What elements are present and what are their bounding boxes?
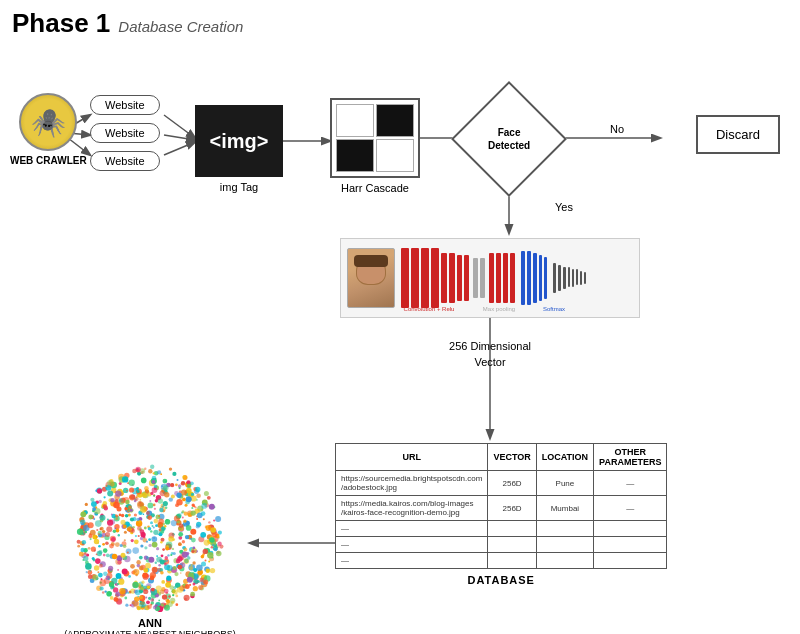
svg-point-734: [179, 524, 183, 528]
svg-rect-37: [580, 271, 582, 285]
svg-point-776: [110, 498, 115, 503]
svg-point-231: [161, 538, 165, 542]
table-cell: —: [594, 471, 667, 496]
website-2: Website: [90, 123, 160, 143]
svg-point-65: [118, 534, 120, 536]
svg-point-269: [119, 514, 122, 517]
face-diamond: Face Detected: [451, 81, 567, 197]
svg-point-224: [154, 508, 156, 510]
svg-point-629: [92, 574, 98, 580]
svg-point-590: [132, 469, 136, 473]
svg-point-551: [193, 586, 198, 591]
svg-point-588: [132, 582, 138, 588]
db-col-vector: VECTOR: [488, 444, 536, 471]
svg-point-466: [172, 472, 176, 476]
diagram: 🕷️ WEB CRAWLER Website Website Website <…: [0, 43, 800, 634]
svg-point-762: [154, 485, 158, 489]
svg-point-280: [123, 544, 127, 548]
svg-point-580: [100, 515, 106, 521]
svg-point-322: [125, 514, 129, 518]
svg-rect-17: [449, 253, 455, 303]
svg-point-229: [149, 500, 151, 502]
svg-point-725: [146, 541, 148, 543]
svg-point-682: [134, 596, 139, 601]
svg-point-829: [184, 595, 190, 601]
svg-point-830: [205, 560, 207, 562]
svg-point-714: [94, 539, 99, 544]
svg-point-182: [153, 537, 155, 539]
svg-point-721: [152, 542, 158, 548]
svg-point-676: [88, 515, 93, 520]
svg-point-555: [178, 484, 182, 488]
svg-point-537: [104, 496, 106, 498]
svg-rect-33: [563, 267, 566, 289]
svg-point-319: [184, 548, 188, 552]
phase-subtitle: Database Creation: [118, 18, 243, 35]
table-cell: [536, 521, 593, 537]
website-1: Website: [90, 95, 160, 115]
svg-point-794: [160, 473, 162, 475]
svg-point-745: [135, 488, 139, 492]
svg-point-812: [161, 554, 164, 557]
svg-point-837: [98, 533, 100, 535]
svg-point-538: [178, 542, 182, 546]
svg-point-586: [131, 539, 134, 542]
svg-point-594: [96, 536, 98, 538]
svg-point-505: [129, 480, 135, 486]
svg-point-606: [158, 515, 160, 517]
svg-rect-34: [568, 267, 570, 287]
svg-point-476: [185, 504, 188, 507]
svg-point-147: [196, 518, 198, 520]
db-label: DATABASE: [467, 574, 534, 586]
nn-vector-label: 256 Dimensional Vector: [449, 324, 531, 370]
svg-point-726: [111, 537, 116, 542]
table-cell: [536, 553, 593, 569]
svg-point-751: [215, 516, 221, 522]
harr-box: [330, 98, 420, 178]
svg-point-763: [153, 605, 157, 609]
discard-box: Discard: [696, 115, 780, 154]
svg-point-732: [119, 588, 125, 594]
svg-point-695: [196, 564, 203, 571]
harr-cell-1: [336, 104, 374, 137]
harr-label: Harr Cascade: [341, 182, 409, 194]
svg-rect-20: [473, 258, 478, 298]
svg-point-62: [181, 481, 185, 485]
svg-point-186: [161, 580, 165, 584]
table-cell: —: [336, 521, 488, 537]
svg-point-342: [115, 514, 117, 516]
svg-point-121: [172, 548, 174, 550]
svg-point-700: [164, 562, 167, 565]
svg-point-761: [203, 580, 208, 585]
nn-face-thumbnail: [347, 248, 395, 308]
svg-point-575: [191, 538, 196, 543]
table-row: —: [336, 521, 667, 537]
svg-point-485: [85, 563, 92, 570]
svg-point-177: [162, 548, 165, 551]
svg-point-789: [187, 577, 193, 583]
svg-point-413: [158, 498, 163, 503]
svg-point-511: [153, 504, 156, 507]
svg-point-325: [122, 569, 128, 575]
svg-point-493: [139, 596, 143, 600]
svg-rect-13: [411, 248, 419, 308]
svg-point-621: [107, 520, 113, 526]
img-tag-text: <img>: [210, 130, 269, 153]
svg-point-654: [110, 586, 114, 590]
img-tag-wrap: <img> img Tag: [195, 105, 283, 193]
svg-point-804: [145, 597, 147, 599]
svg-point-452: [132, 547, 139, 554]
table-row: —: [336, 553, 667, 569]
table-cell: https://media.kairos.com/blog-images /ka…: [336, 496, 488, 521]
svg-point-758: [194, 506, 196, 508]
svg-point-713: [209, 537, 215, 543]
svg-point-221: [143, 589, 148, 594]
svg-point-831: [103, 504, 108, 509]
svg-line-4: [164, 135, 195, 140]
svg-point-817: [117, 560, 121, 564]
svg-point-735: [128, 575, 131, 578]
svg-point-363: [206, 569, 210, 573]
svg-point-636: [167, 565, 173, 571]
svg-point-828: [163, 485, 169, 491]
svg-point-754: [175, 483, 178, 486]
